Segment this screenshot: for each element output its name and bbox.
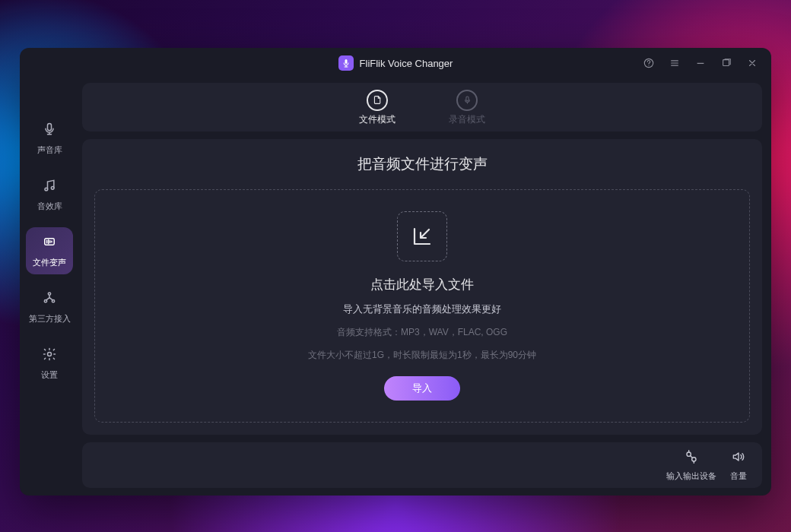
mode-tabs: 文件模式 录音模式: [82, 83, 762, 131]
sidebar-item-label: 声音库: [37, 144, 62, 156]
sidebar-item-file-voice-change[interactable]: 文件变声: [26, 227, 73, 274]
gear-icon: [42, 347, 57, 365]
sidebar: 声音库 音效库 文件变声 第三方接入 设置: [20, 78, 79, 496]
sidebar-item-settings[interactable]: 设置: [26, 340, 73, 387]
io-devices-label: 输入输出设备: [666, 470, 716, 482]
io-devices-button[interactable]: 输入输出设备: [666, 449, 716, 482]
svg-rect-6: [45, 238, 55, 244]
file-icon: [367, 90, 388, 111]
close-button[interactable]: [739, 51, 765, 75]
sidebar-item-label: 设置: [41, 369, 58, 381]
main-area: 文件模式 录音模式 把音频文件进行变声 点击此处导入文件 导入无背景音乐的音频处…: [79, 78, 771, 496]
sidebar-item-third-party[interactable]: 第三方接入: [26, 283, 73, 331]
svg-point-10: [48, 352, 52, 356]
tab-file-mode[interactable]: 文件模式: [359, 90, 396, 125]
sidebar-item-label: 音效库: [37, 201, 62, 212]
speaker-icon: [731, 449, 746, 467]
import-button[interactable]: 导入: [384, 376, 460, 401]
dropzone-title: 点击此处导入文件: [370, 276, 474, 293]
sidebar-item-sound-library[interactable]: 音效库: [26, 171, 73, 218]
menu-button[interactable]: [662, 51, 688, 75]
file-dropzone[interactable]: 点击此处导入文件 导入无背景音乐的音频处理效果更好 音频支持格式：MP3，WAV…: [94, 189, 750, 423]
svg-point-5: [51, 186, 54, 189]
titlebar: FliFlik Voice Changer: [20, 48, 771, 78]
content-panel: 把音频文件进行变声 点击此处导入文件 导入无背景音乐的音频处理效果更好 音频支持…: [82, 139, 762, 435]
title-group: FliFlik Voice Changer: [338, 55, 453, 71]
file-audio-icon: [42, 234, 57, 252]
body: 声音库 音效库 文件变声 第三方接入 设置: [20, 78, 771, 496]
volume-button[interactable]: 音量: [730, 449, 747, 482]
sidebar-item-voice-library[interactable]: 声音库: [26, 115, 73, 162]
svg-rect-3: [48, 123, 52, 130]
dropzone-subtitle: 导入无背景音乐的音频处理效果更好: [343, 303, 501, 316]
tab-label: 文件模式: [359, 114, 396, 125]
app-title: FliFlik Voice Changer: [360, 58, 453, 69]
minimize-button[interactable]: [688, 51, 713, 75]
help-button[interactable]: [636, 51, 662, 75]
footer-bar: 输入输出设备 音量: [82, 442, 762, 488]
headset-icon: [684, 449, 699, 467]
content-headline: 把音频文件进行变声: [94, 154, 750, 174]
dropzone-format-hint: 音频支持格式：MP3，WAV，FLAC, OGG: [337, 326, 507, 339]
integration-icon: [42, 290, 57, 309]
sidebar-item-label: 第三方接入: [29, 313, 71, 325]
app-logo: [338, 55, 354, 71]
volume-label: 音量: [730, 470, 747, 482]
svg-rect-11: [465, 97, 468, 101]
maximize-button[interactable]: [713, 51, 739, 75]
microphone-icon: [456, 90, 478, 111]
music-note-icon: [42, 178, 57, 196]
svg-rect-0: [345, 59, 347, 64]
sidebar-item-label: 文件变声: [33, 257, 66, 268]
window-controls: [636, 48, 765, 78]
import-icon: [397, 211, 447, 261]
microphone-icon: [42, 122, 57, 140]
app-window: FliFlik Voice Changer 声音库 音效库 文件变声: [20, 48, 771, 496]
svg-point-4: [45, 188, 48, 191]
tab-record-mode[interactable]: 录音模式: [449, 90, 485, 125]
dropzone-size-hint: 文件大小不超过1G，时长限制最短为1秒，最长为90分钟: [308, 349, 536, 362]
tab-label: 录音模式: [449, 114, 485, 125]
svg-rect-2: [723, 60, 729, 66]
